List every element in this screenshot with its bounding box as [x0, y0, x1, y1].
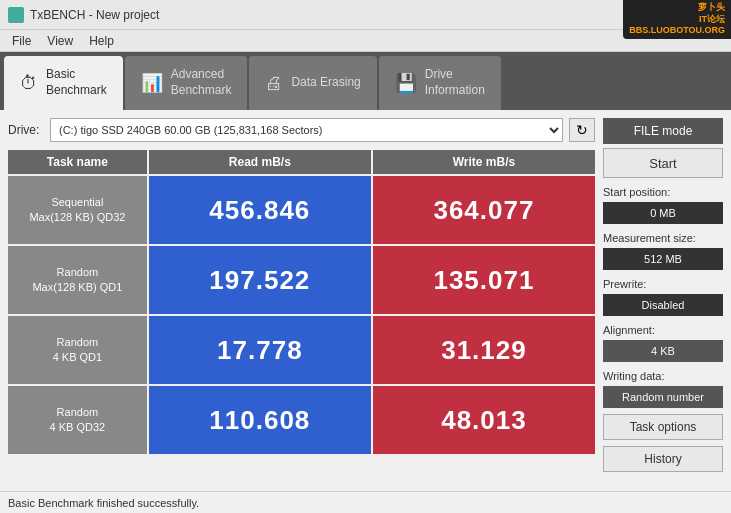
watermark-line1: 萝卜头	[698, 2, 725, 12]
left-panel: Drive: (C:) tigo SSD 240GB 60.00 GB (125…	[8, 118, 595, 483]
th-write: Write mB/s	[373, 150, 595, 174]
app-icon	[8, 7, 24, 23]
th-read: Read mB/s	[149, 150, 371, 174]
row-write-3: 48.013	[373, 386, 595, 454]
row-read-2: 17.778	[149, 316, 371, 384]
watermark: 萝卜头 IT论坛 BBS.LUOBOTOU.ORG	[623, 0, 731, 39]
file-mode-button[interactable]: FILE mode	[603, 118, 723, 144]
table-header: Task name Read mB/s Write mB/s	[8, 150, 595, 174]
menu-view[interactable]: View	[39, 32, 81, 50]
start-button[interactable]: Start	[603, 148, 723, 178]
refresh-icon: ↻	[576, 122, 588, 138]
title-bar-left: TxBENCH - New project	[8, 7, 159, 23]
advanced-benchmark-icon: 📊	[141, 72, 163, 94]
row-read-1: 197.522	[149, 246, 371, 314]
tab-advanced[interactable]: 📊 Advanced Benchmark	[125, 56, 248, 110]
row-label-3: Random 4 KB QD32	[8, 386, 147, 454]
results-table: Task name Read mB/s Write mB/s Sequentia…	[8, 150, 595, 483]
table-row: Random Max(128 KB) QD1 197.522 135.071	[8, 246, 595, 314]
right-panel: FILE mode Start Start position: 0 MB Mea…	[603, 118, 723, 483]
history-button[interactable]: History	[603, 446, 723, 472]
main-area: Drive: (C:) tigo SSD 240GB 60.00 GB (125…	[0, 110, 731, 491]
alignment-value: 4 KB	[603, 340, 723, 362]
watermark-line3: BBS.LUOBOTOU.ORG	[629, 25, 725, 35]
row-label-2: Random 4 KB QD1	[8, 316, 147, 384]
watermark-line2: IT论坛	[699, 14, 725, 24]
menu-file[interactable]: File	[4, 32, 39, 50]
row-label-0: Sequential Max(128 KB) QD32	[8, 176, 147, 244]
status-bar: Basic Benchmark finished successfully.	[0, 491, 731, 513]
alignment-label: Alignment:	[603, 324, 723, 336]
prewrite-label: Prewrite:	[603, 278, 723, 290]
row-write-0: 364.077	[373, 176, 595, 244]
table-row: Sequential Max(128 KB) QD32 456.846 364.…	[8, 176, 595, 244]
writing-data-value: Random number	[603, 386, 723, 408]
tab-erasing[interactable]: 🖨 Data Erasing	[249, 56, 376, 110]
table-row: Random 4 KB QD1 17.778 31.129	[8, 316, 595, 384]
measurement-size-value: 512 MB	[603, 248, 723, 270]
toolbar: ⏱ Basic Benchmark 📊 Advanced Benchmark 🖨…	[0, 52, 731, 110]
start-position-label: Start position:	[603, 186, 723, 198]
title-bar: TxBENCH - New project — □ ✕ 萝卜头 IT论坛 BBS…	[0, 0, 731, 30]
writing-data-label: Writing data:	[603, 370, 723, 382]
title-text: TxBENCH - New project	[30, 8, 159, 22]
menu-help[interactable]: Help	[81, 32, 122, 50]
drive-row: Drive: (C:) tigo SSD 240GB 60.00 GB (125…	[8, 118, 595, 142]
drive-select[interactable]: (C:) tigo SSD 240GB 60.00 GB (125,831,16…	[50, 118, 563, 142]
task-options-button[interactable]: Task options	[603, 414, 723, 440]
row-write-1: 135.071	[373, 246, 595, 314]
drive-refresh-button[interactable]: ↻	[569, 118, 595, 142]
row-read-0: 456.846	[149, 176, 371, 244]
tab-basic[interactable]: ⏱ Basic Benchmark	[4, 56, 123, 110]
table-body: Sequential Max(128 KB) QD32 456.846 364.…	[8, 176, 595, 454]
basic-benchmark-icon: ⏱	[20, 73, 38, 94]
start-position-value: 0 MB	[603, 202, 723, 224]
row-label-1: Random Max(128 KB) QD1	[8, 246, 147, 314]
table-row: Random 4 KB QD32 110.608 48.013	[8, 386, 595, 454]
row-read-3: 110.608	[149, 386, 371, 454]
th-task: Task name	[8, 150, 147, 174]
tab-drive[interactable]: 💾 Drive Information	[379, 56, 501, 110]
drive-information-icon: 💾	[395, 72, 417, 94]
measurement-size-label: Measurement size:	[603, 232, 723, 244]
menu-bar: File View Help	[0, 30, 731, 52]
prewrite-value: Disabled	[603, 294, 723, 316]
data-erasing-icon: 🖨	[265, 73, 283, 94]
status-text: Basic Benchmark finished successfully.	[8, 497, 199, 509]
row-write-2: 31.129	[373, 316, 595, 384]
drive-label: Drive:	[8, 123, 44, 137]
